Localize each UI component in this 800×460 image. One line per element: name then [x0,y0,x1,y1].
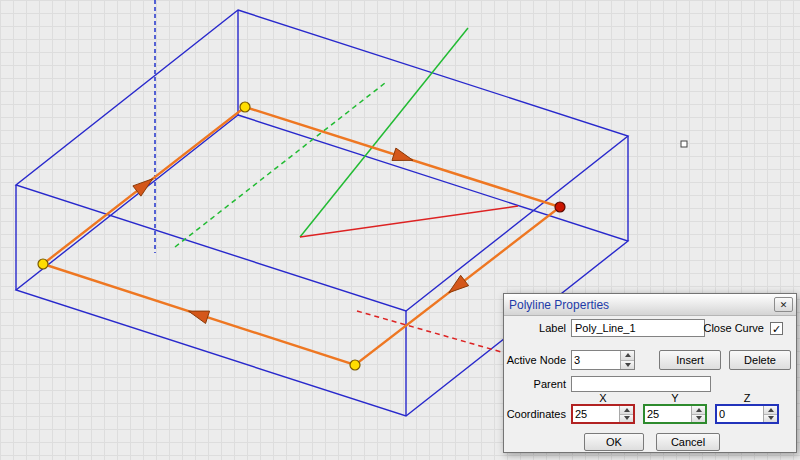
cancel-button[interactable]: Cancel [656,433,720,451]
x-axis [300,206,518,237]
label-caption: Label [504,322,566,334]
coord-y-wrap [643,404,707,424]
y-axis-dashed [175,83,385,247]
coord-x-spin-buttons [619,406,633,422]
polyline-node[interactable] [38,259,48,269]
direction-arrow[interactable] [449,275,469,292]
spin-up-icon [624,408,630,412]
spin-down-icon [696,416,702,420]
parent-caption: Parent [504,378,566,390]
spin-up-button[interactable] [764,406,777,415]
coord-y-input[interactable] [645,406,691,422]
coord-x-wrap [571,404,635,424]
active-node-input[interactable] [572,351,620,369]
spin-down-icon [624,416,630,420]
close-icon: ✕ [780,300,788,310]
close-button[interactable]: ✕ [774,297,793,312]
coordinates-caption: Coordinates [504,408,566,420]
column-header-y: Y [643,392,707,404]
spin-up-button[interactable] [621,351,634,361]
polyline-properties-dialog: Polyline Properties ✕ Label Close Curve … [503,293,797,453]
spin-down-button[interactable] [764,415,777,423]
vertex-marker[interactable] [681,141,687,147]
spin-up-button[interactable] [692,406,705,415]
spin-down-button[interactable] [620,415,633,423]
spin-down-icon [768,416,774,420]
direction-arrow[interactable] [392,148,413,160]
coord-z-wrap [715,404,779,424]
column-header-x: X [571,392,635,404]
active-node-spinner [571,350,635,370]
coord-x-input[interactable] [573,406,619,422]
close-curve-caption: Close Curve [700,322,764,334]
dialog-body: Label Close Curve ✓ Active Node Insert D… [504,316,796,452]
x-axis-dashed [357,311,512,355]
coord-z-spin-buttons [763,406,777,422]
coord-y-spin-buttons [691,406,705,422]
direction-arrow[interactable] [133,179,153,196]
delete-button[interactable]: Delete [729,350,791,370]
spin-down-icon [625,363,631,367]
close-curve-checkbox[interactable]: ✓ [770,322,783,335]
insert-button[interactable]: Insert [659,350,721,370]
column-header-z: Z [715,392,779,404]
ok-button[interactable]: OK [584,433,644,451]
active-node-caption: Active Node [504,354,566,366]
viewport[interactable]: Polyline Properties ✕ Label Close Curve … [0,0,800,460]
parent-field[interactable] [571,376,711,392]
check-icon: ✓ [772,323,781,335]
spin-up-icon [625,353,631,357]
spin-down-button[interactable] [692,415,705,423]
dialog-title: Polyline Properties [509,298,609,312]
coord-z-input[interactable] [717,406,763,422]
spin-up-button[interactable] [620,406,633,415]
spin-up-icon [768,408,774,412]
label-input[interactable] [571,319,705,337]
dialog-titlebar[interactable]: Polyline Properties ✕ [504,294,796,316]
active-node[interactable] [555,202,565,212]
bounding-box-top-face[interactable] [16,10,628,311]
spin-down-button[interactable] [621,361,634,370]
direction-arrow[interactable] [189,311,210,323]
polyline-node[interactable] [350,360,360,370]
spin-up-icon [696,408,702,412]
polyline-node[interactable] [240,102,250,112]
active-node-spin-buttons [620,351,634,369]
